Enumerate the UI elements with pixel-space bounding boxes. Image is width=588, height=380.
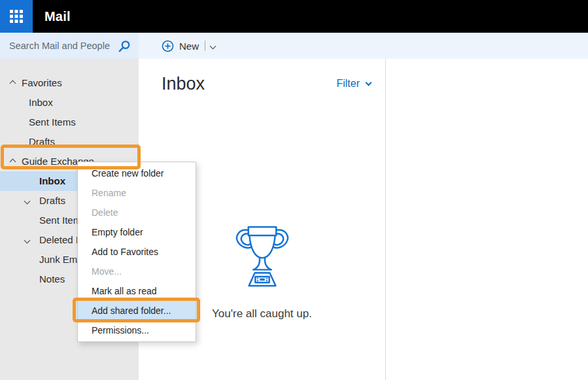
app-title: Mail — [44, 0, 71, 33]
new-button-label: New — [179, 41, 199, 52]
menu-item-permissions[interactable]: Permissions... — [78, 320, 196, 340]
search-button[interactable] — [116, 37, 139, 55]
mail-app-window: Mail New Favorites — [0, 0, 588, 380]
waffle-icon — [9, 9, 24, 24]
search-input[interactable] — [0, 41, 116, 51]
menu-item-move: Move... — [78, 262, 196, 281]
sidebar-item-favorites-drafts[interactable]: Drafts — [0, 132, 139, 152]
folder-label: Inbox — [29, 97, 53, 108]
app-launcher-button[interactable] — [0, 0, 33, 33]
folder-label: Inbox — [39, 175, 65, 186]
list-pane-header: Inbox Filter — [162, 72, 371, 95]
chevron-down-icon[interactable] — [24, 198, 31, 205]
menu-item-mark-all-as-read[interactable]: Mark all as read — [78, 281, 196, 301]
new-dropdown-chevron-icon[interactable] — [210, 43, 216, 49]
menu-item-empty-folder[interactable]: Empty folder — [78, 222, 196, 242]
trophy-icon — [233, 224, 292, 294]
folder-label: Drafts — [29, 136, 55, 147]
menu-item-add-to-favorites[interactable]: Add to Favorites — [78, 242, 196, 262]
menu-item-delete: Delete — [78, 203, 196, 222]
sidebar-item-favorites-sent-items[interactable]: Sent Items — [0, 112, 139, 132]
menu-item-add-shared-folder[interactable]: Add shared folder... — [78, 301, 196, 320]
section-label: Favorites — [22, 77, 62, 88]
sidebar-section-favorites[interactable]: Favorites — [0, 73, 139, 93]
filter-label: Filter — [336, 78, 360, 90]
split-button-divider — [205, 41, 205, 51]
sidebar-item-favorites-inbox[interactable]: Inbox — [0, 93, 139, 112]
filter-button[interactable]: Filter — [336, 78, 371, 90]
folder-label: Drafts — [39, 195, 65, 206]
folder-label: Notes — [39, 273, 65, 285]
chevron-up-icon — [10, 159, 16, 165]
reading-pane — [386, 59, 588, 380]
filter-chevron-icon — [366, 79, 372, 86]
menu-item-rename: Rename — [78, 183, 196, 203]
chevron-up-icon — [10, 80, 16, 87]
top-app-bar: Mail — [0, 0, 588, 33]
page-title: Inbox — [162, 74, 205, 94]
search-bar — [0, 33, 139, 59]
folder-context-menu: Create new folder Rename Delete Empty fo… — [77, 162, 196, 342]
menu-item-create-new-folder[interactable]: Create new folder — [78, 164, 196, 183]
new-button[interactable]: New — [162, 40, 215, 52]
chevron-down-icon[interactable] — [24, 237, 31, 244]
search-icon — [118, 40, 131, 53]
plus-circle-icon — [162, 40, 174, 52]
command-bar: New — [139, 33, 588, 59]
folder-label: Sent Items — [29, 116, 76, 128]
